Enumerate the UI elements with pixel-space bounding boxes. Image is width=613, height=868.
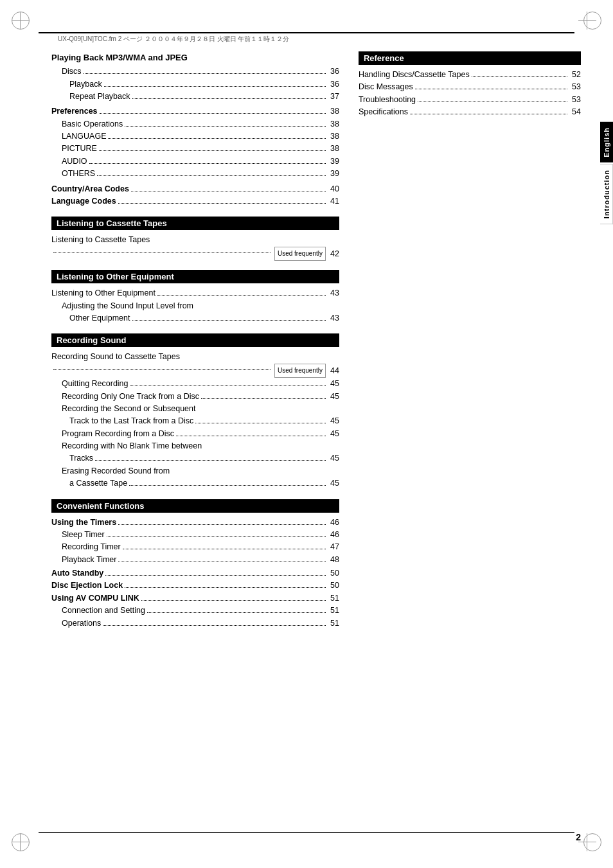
header-bar <box>39 32 574 33</box>
dots <box>147 612 326 613</box>
toc-label: Tracks <box>69 452 93 465</box>
dots <box>53 252 271 253</box>
toc-label: Operations <box>62 617 101 630</box>
toc-label: LANGUAGE <box>62 130 106 143</box>
toc-row-discs: Discs 36 <box>51 66 339 78</box>
toc-page: 42 <box>330 247 339 261</box>
dots <box>125 587 326 588</box>
header-text: UX-Q09[UN]TOC.fm 2 ページ ２０００４年９月２８日 火曜日 午… <box>58 35 289 44</box>
tab-english: English <box>600 122 613 163</box>
toc-row-sleep: Sleep Timer 46 <box>51 529 339 541</box>
recording-section-header: Recording Sound <box>51 333 339 347</box>
toc-page: 50 <box>330 567 339 580</box>
dots <box>53 369 271 370</box>
reference-section: Reference Handling Discs/Cassette Tapes … <box>359 51 581 119</box>
toc-page: 38 <box>330 105 339 118</box>
toc-row-rec-timer: Recording Timer 47 <box>51 541 339 553</box>
dots <box>201 398 326 399</box>
two-column-layout: Playing Back MP3/WMA and JPEG Discs 36 P… <box>51 51 581 630</box>
toc-label: Recording Only One Track from a Disc <box>62 391 199 403</box>
toc-label: Repeat Playback <box>69 91 130 103</box>
toc-row-playback: Playback 36 <box>51 78 339 91</box>
dots <box>100 113 326 114</box>
dots <box>125 126 326 127</box>
used-frequently-badge: Used frequently <box>274 247 326 261</box>
toc-label: Playback <box>69 78 102 91</box>
toc-label: Specifications <box>359 106 408 118</box>
dots <box>123 549 326 549</box>
corner-decoration-bl <box>12 833 35 856</box>
toc-row-langcodes: Language Codes 41 <box>51 195 339 208</box>
toc-row-specifications: Specifications 54 <box>359 106 581 118</box>
toc-row-no-blank2: Tracks 45 <box>51 452 339 465</box>
dots <box>89 163 326 164</box>
toc-page: 48 <box>330 554 339 566</box>
dots <box>99 150 326 151</box>
toc-row-picture: PICTURE 38 <box>51 143 339 155</box>
dots <box>418 102 567 102</box>
toc-row-no-blank1: Recording with No Blank Time between <box>51 440 339 452</box>
toc-label: Quitting Recording <box>62 378 129 390</box>
toc-row-program: Program Recording from a Disc 45 <box>51 428 339 440</box>
toc-label: Handling Discs/Cassette Tapes <box>359 69 470 81</box>
toc-row-play-timer: Playback Timer 48 <box>51 554 339 566</box>
dots <box>157 295 326 296</box>
toc-label: Sleep Timer <box>62 529 105 541</box>
toc-row-second1: Recording the Second or Subsequent <box>51 403 339 415</box>
toc-label: Recording Sound to Cassette Tapes <box>51 351 180 363</box>
other-equipment-section: Listening to Other Equipment Listening t… <box>51 270 339 324</box>
toc-page: 47 <box>330 541 339 553</box>
toc-row-recording-badge: Used frequently 44 <box>51 364 339 378</box>
dots <box>107 536 326 537</box>
toc-row-cassette-title: Listening to Cassette Tapes <box>51 234 339 246</box>
dots <box>129 485 326 486</box>
dots <box>410 114 567 114</box>
toc-row-others: OTHERS 39 <box>51 168 339 180</box>
toc-page: 50 <box>330 580 339 592</box>
toc-page: 45 <box>330 378 339 390</box>
corner-decoration-tr <box>578 12 601 35</box>
toc-row-cassette-badge: Used frequently 42 <box>51 247 339 261</box>
toc-page: 36 <box>330 78 339 91</box>
dots <box>118 562 326 562</box>
toc-row-disc-messages: Disc Messages 53 <box>359 81 581 93</box>
dots <box>472 76 567 77</box>
toc-page: 51 <box>330 617 339 630</box>
toc-row-handling: Handling Discs/Cassette Tapes 52 <box>359 69 581 81</box>
dots <box>95 460 326 461</box>
toc-label: Using the Timers <box>51 517 116 529</box>
toc-label: Connection and Setting <box>62 605 145 617</box>
toc-label: Country/Area Codes <box>51 183 129 195</box>
toc-label: Disc Ejection Lock <box>51 580 123 592</box>
toc-row-country: Country/Area Codes 40 <box>51 183 339 195</box>
toc-page: 51 <box>330 592 339 605</box>
dots <box>118 203 326 204</box>
corner-decoration-br <box>578 833 601 856</box>
dots <box>131 191 326 191</box>
used-frequently-badge-2: Used frequently <box>274 364 326 378</box>
dots <box>130 385 326 386</box>
other-equipment-header: Listening to Other Equipment <box>51 270 339 283</box>
dots <box>97 175 326 176</box>
dots <box>104 86 326 87</box>
dots <box>176 436 326 436</box>
toc-label: OTHERS <box>62 168 95 180</box>
tab-introduction: Introduction <box>600 164 613 224</box>
toc-page: 38 <box>330 118 339 130</box>
page-number: 2 <box>576 832 581 842</box>
toc-page: 45 <box>330 452 339 465</box>
toc-page: 51 <box>330 605 339 617</box>
toc-label: Track to the Last Track from a Disc <box>69 415 193 427</box>
toc-row-troubleshooting: Troubleshooting 53 <box>359 94 581 106</box>
country-language-section: Country/Area Codes 40 Language Codes 41 <box>51 183 339 208</box>
toc-row-adjusting2: Other Equipment 43 <box>51 312 339 324</box>
toc-label: Disc Messages <box>359 81 413 93</box>
toc-page: 41 <box>330 195 339 208</box>
toc-label: Using AV COMPU LINK <box>51 592 139 605</box>
dots <box>141 600 326 601</box>
dots <box>105 575 326 576</box>
toc-row-erasing2: a Cassette Tape 45 <box>51 477 339 490</box>
toc-page: 37 <box>330 91 339 103</box>
toc-row-quitting: Quitting Recording 45 <box>51 378 339 390</box>
toc-label: Erasing Recorded Sound from <box>62 465 170 477</box>
